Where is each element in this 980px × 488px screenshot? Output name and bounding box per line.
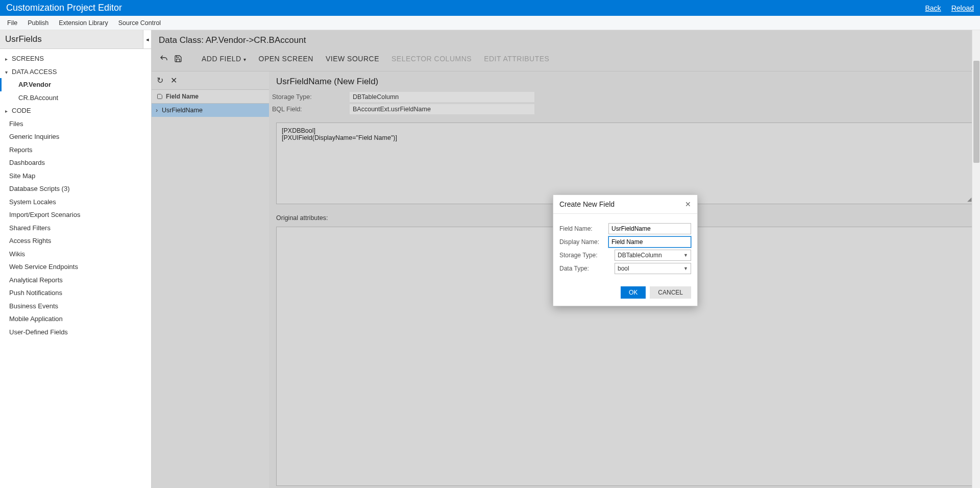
tree-wikis[interactable]: Wikis [0,248,151,261]
project-name: UsrFields [5,34,42,44]
detail-title: UsrFieldName (New Field) [269,71,980,91]
storage-type-value: DBTableColumn [350,92,534,102]
tree-cr-baccount[interactable]: CR.BAccount [0,91,151,105]
storage-type-select[interactable]: DBTableColumn ▼ [615,250,691,261]
sidebar: UsrFields ◂ SCREENS DATA ACCESS AP.Vendo… [0,30,152,488]
tree-files[interactable]: Files [0,117,151,131]
dropdown-caret-icon: ▾ [243,57,247,62]
sidebar-title-bar: UsrFields ◂ [0,30,151,49]
cancel-button[interactable]: CANCEL [650,286,691,299]
tree-site-map[interactable]: Site Map [0,169,151,183]
tree-db-scripts[interactable]: Database Scripts (3) [0,182,151,196]
tree-user-defined-fields[interactable]: User-Defined Fields [0,326,151,339]
scrollbar-thumb[interactable] [973,61,979,163]
tree-push-notifications[interactable]: Push Notifications [0,286,151,300]
main-panel: Data Class: AP.Vendor->CR.BAccount ADD F… [152,30,980,488]
grid-save-icon [157,93,163,100]
undo-icon[interactable] [159,54,169,64]
display-name-label: Display Name: [559,238,608,246]
view-source-button[interactable]: VIEW SOURCE [322,53,383,65]
dropdown-arrow-icon: ▼ [683,253,688,258]
tree-business-events[interactable]: Business Events [0,300,151,313]
dropdown-arrow-icon: ▼ [683,266,688,271]
tree-ws-endpoints[interactable]: Web Service Endpoints [0,260,151,274]
field-name-input[interactable] [608,223,691,234]
field-list-panel: ↻ ✕ Field Name UsrFieldName [152,71,269,488]
tree-screens[interactable]: SCREENS [0,52,151,65]
tree-mobile-app[interactable]: Mobile Application [0,312,151,326]
tree-access-rights[interactable]: Access Rights [0,234,151,248]
menu-source[interactable]: Source Control [113,19,166,27]
menu-publish[interactable]: Publish [22,19,54,27]
toolbar: ADD FIELD ▾ OPEN SCREEN VIEW SOURCE SELE… [152,50,980,71]
tree-code[interactable]: CODE [0,104,151,117]
back-link[interactable]: Back [925,4,941,12]
collapse-sidebar-button[interactable]: ◂ [143,30,151,48]
bql-field-value: BAccountExt.usrFieldName [350,104,534,114]
tree-dashboards[interactable]: Dashboards [0,156,151,169]
edit-attributes-button[interactable]: EDIT ATTRIBUTES [480,53,553,65]
bql-field-label: BQL Field: [269,106,350,113]
ok-button[interactable]: OK [621,286,646,299]
tree-shared-filters[interactable]: Shared Filters [0,222,151,235]
tree-data-access[interactable]: DATA ACCESS [0,65,151,79]
page-title: Data Class: AP.Vendor->CR.BAccount [152,30,980,50]
selector-columns-button[interactable]: SELECTOR COLUMNS [387,53,476,65]
attributes-textarea[interactable]: [PXDBBool] [PXUIField(DisplayName="Field… [276,123,973,204]
storage-type-label: Storage Type: [269,93,350,101]
data-type-label: Data Type: [559,265,615,272]
app-title: Customization Project Editor [6,3,122,13]
field-row[interactable]: UsrFieldName [152,104,269,117]
create-new-field-dialog: Create New Field ✕ Field Name: Display N… [553,194,698,306]
dialog-close-icon[interactable]: ✕ [685,200,691,208]
dialog-title: Create New Field [559,200,615,208]
storage-type-label-dlg: Storage Type: [559,252,615,259]
tree-ap-vendor[interactable]: AP.Vendor [0,78,151,91]
menu-extension[interactable]: Extension Library [54,19,113,27]
vertical-scrollbar[interactable] [972,30,980,488]
nav-tree: SCREENS DATA ACCESS AP.Vendor CR.BAccoun… [0,49,151,341]
reload-link[interactable]: Reload [951,4,974,12]
close-icon[interactable]: ✕ [170,76,177,85]
data-type-select[interactable]: bool ▼ [615,263,691,274]
tree-generic-inquiries[interactable]: Generic Inquiries [0,130,151,143]
add-field-button[interactable]: ADD FIELD ▾ [198,53,251,65]
title-bar: Customization Project Editor Back Reload [0,0,980,16]
menu-bar: File Publish Extension Library Source Co… [0,16,980,30]
save-icon[interactable] [173,54,183,64]
tree-reports[interactable]: Reports [0,143,151,157]
menu-file[interactable]: File [2,19,22,27]
tree-system-locales[interactable]: System Locales [0,196,151,209]
field-name-label: Field Name: [559,225,608,232]
display-name-input[interactable] [608,236,691,248]
tree-analytical-reports[interactable]: Analytical Reports [0,274,151,287]
refresh-icon[interactable]: ↻ [157,76,163,85]
tree-import-export[interactable]: Import/Export Scenarios [0,208,151,222]
resize-handle-icon[interactable]: ◢ [967,196,971,203]
open-screen-button[interactable]: OPEN SCREEN [255,53,317,65]
grid-header[interactable]: Field Name [152,89,269,104]
